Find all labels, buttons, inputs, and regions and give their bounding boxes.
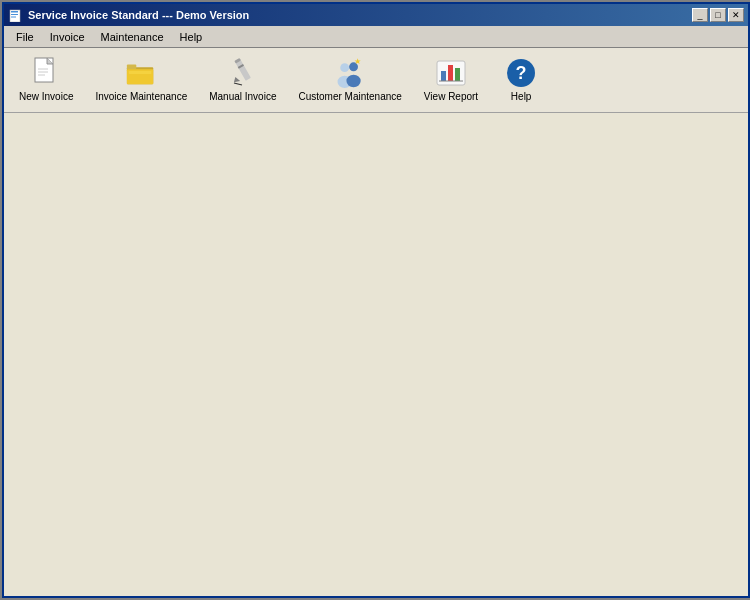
svg-rect-2 [11, 14, 18, 15]
menu-help[interactable]: Help [172, 29, 211, 45]
customer-maintenance-button[interactable]: Customer Maintenance [289, 52, 410, 108]
customer-maintenance-icon [334, 57, 366, 89]
svg-rect-14 [129, 71, 152, 74]
invoice-maintenance-label: Invoice Maintenance [95, 91, 187, 103]
menu-file[interactable]: File [8, 29, 42, 45]
customer-maintenance-label: Customer Maintenance [298, 91, 401, 103]
help-icon: ? [505, 57, 537, 89]
minimize-button[interactable]: _ [692, 8, 708, 22]
help-label: Help [511, 91, 532, 103]
svg-rect-28 [455, 68, 460, 81]
maximize-button[interactable]: □ [710, 8, 726, 22]
menu-invoice[interactable]: Invoice [42, 29, 93, 45]
svg-point-20 [340, 63, 349, 72]
new-invoice-icon [30, 57, 62, 89]
manual-invoice-label: Manual Invoice [209, 91, 276, 103]
manual-invoice-button[interactable]: Manual Invoice [200, 52, 285, 108]
menu-bar: File Invoice Maintenance Help [4, 26, 748, 48]
svg-text:?: ? [516, 63, 527, 83]
help-button[interactable]: ? Help [491, 52, 551, 108]
toolbar: New Invoice Invoice Maintenance [4, 48, 748, 113]
new-invoice-button[interactable]: New Invoice [10, 52, 82, 108]
view-report-label: View Report [424, 91, 478, 103]
svg-rect-26 [441, 71, 446, 81]
svg-marker-16 [232, 76, 240, 84]
view-report-icon [435, 57, 467, 89]
invoice-maintenance-button[interactable]: Invoice Maintenance [86, 52, 196, 108]
svg-rect-27 [448, 65, 453, 81]
window-title: Service Invoice Standard --- Demo Versio… [28, 9, 249, 21]
invoice-maintenance-icon [125, 57, 157, 89]
svg-point-22 [349, 62, 358, 71]
title-bar: Service Invoice Standard --- Demo Versio… [4, 4, 748, 26]
close-button[interactable]: ✕ [728, 8, 744, 22]
manual-invoice-icon [227, 57, 259, 89]
menu-maintenance[interactable]: Maintenance [93, 29, 172, 45]
title-buttons: _ □ ✕ [692, 8, 744, 22]
content-area [4, 113, 748, 596]
svg-line-19 [234, 83, 242, 85]
svg-point-23 [347, 75, 361, 87]
svg-rect-3 [11, 17, 16, 18]
svg-rect-1 [11, 11, 18, 13]
new-invoice-label: New Invoice [19, 91, 73, 103]
view-report-button[interactable]: View Report [415, 52, 487, 108]
window-icon [8, 7, 24, 23]
main-window: Service Invoice Standard --- Demo Versio… [2, 2, 750, 598]
title-bar-left: Service Invoice Standard --- Demo Versio… [8, 7, 249, 23]
svg-rect-12 [127, 65, 136, 70]
